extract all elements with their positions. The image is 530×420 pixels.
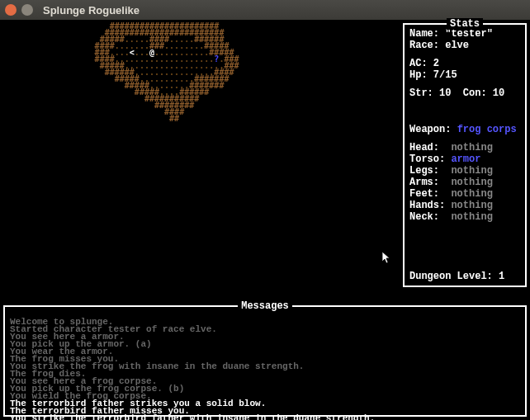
close-icon[interactable] xyxy=(5,4,17,16)
messages-panel: Messages Welcome to splunge.Started char… xyxy=(3,305,527,417)
stat-race: Race: elve xyxy=(409,40,520,51)
equip-legs: Legs: nothing xyxy=(409,165,520,177)
game-viewport[interactable]: ###################### #################… xyxy=(0,20,530,420)
dungeon-level: Dungeon Level: 1 xyxy=(409,271,520,282)
dungeon-map[interactable]: ###################### #################… xyxy=(0,23,396,287)
equip-head: Head: nothing xyxy=(409,142,520,153)
equip-arms: Arms: nothing xyxy=(409,177,520,188)
equip-feet: Feet: nothing xyxy=(409,188,520,200)
stats-panel-title: Stats xyxy=(447,18,483,30)
equipment-list: Head: nothingTorso: armorLegs: nothingAr… xyxy=(409,142,520,223)
stats-panel: Stats Name: "tester" Race: elve AC: 2 Hp… xyxy=(403,23,527,287)
minimize-icon[interactable] xyxy=(21,4,33,16)
equip-torso: Torso: armor xyxy=(409,153,520,165)
app-window: Splunge Roguelike ######################… xyxy=(0,0,530,420)
stat-hp: Hp: 7/15 xyxy=(409,69,520,81)
equip-neck: Neck: nothing xyxy=(409,211,520,223)
messages-list: Welcome to splunge.Started character tes… xyxy=(10,319,520,420)
equip-hands: Hands: nothing xyxy=(409,200,520,211)
stat-weapon: Weapon: frog corps xyxy=(409,124,520,135)
stat-ac: AC: 2 xyxy=(409,58,520,69)
stat-strcon: Str: 10 Con: 10 xyxy=(409,87,520,99)
titlebar[interactable]: Splunge Roguelike xyxy=(0,0,530,20)
window-title: Splunge Roguelike xyxy=(43,4,140,17)
message-line: You strike the terrorbird father with in… xyxy=(10,415,520,420)
stat-name: Name: "tester" xyxy=(409,28,520,40)
messages-panel-title: Messages xyxy=(238,300,292,312)
message-line: You strike the frog with insane in the d… xyxy=(10,363,520,370)
